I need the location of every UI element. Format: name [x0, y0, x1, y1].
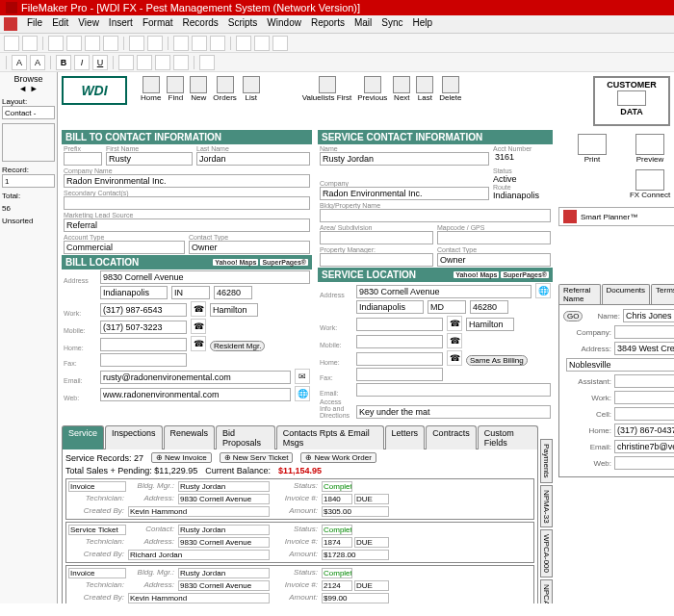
globe-icon[interactable]: 🌐: [295, 386, 310, 401]
book-icon[interactable]: [2, 123, 55, 162]
bill-zip-input[interactable]: [214, 286, 252, 299]
bill-mobile-phone[interactable]: [100, 321, 187, 334]
smart-planner-button[interactable]: Smart Planner™: [558, 207, 674, 226]
side-tab-referral-name[interactable]: Referral Name: [558, 284, 601, 304]
tab-service[interactable]: Service: [62, 425, 104, 449]
service-record-row[interactable]: InvoiceBldg. Mgr.:Rusty JordanStatus:Com…: [65, 565, 534, 603]
tb-redo-icon[interactable]: [147, 36, 163, 51]
bill-state-input[interactable]: [171, 286, 210, 299]
tab-renewals[interactable]: Renewals: [164, 425, 216, 449]
go-button[interactable]: GO: [563, 311, 583, 321]
side-tab-terms[interactable]: Terms: [651, 284, 674, 304]
access-notes-input[interactable]: [356, 405, 551, 419]
menu-help[interactable]: Help: [413, 17, 433, 31]
vtab-npca-99b[interactable]: NPCA-99B: [540, 579, 553, 603]
menu-view[interactable]: View: [78, 17, 99, 31]
valuelists-first-icon[interactable]: Valuelists First: [302, 76, 351, 102]
ref-company-input[interactable]: [614, 325, 674, 339]
record-input[interactable]: [2, 174, 55, 188]
tb-fontsize-down-icon[interactable]: A: [12, 55, 27, 70]
preview-icon[interactable]: Preview: [624, 134, 674, 164]
ref-assistant-input[interactable]: [614, 374, 674, 388]
globe-icon[interactable]: 🌐: [535, 283, 551, 298]
list-icon[interactable]: List: [243, 76, 260, 102]
bill-web-input[interactable]: [100, 388, 291, 401]
next-icon[interactable]: Next: [393, 76, 410, 102]
lastname-input[interactable]: [196, 152, 310, 166]
secondary-contact-input[interactable]: [64, 196, 310, 210]
tb-undo-icon[interactable]: [129, 36, 144, 51]
svc-company-input[interactable]: [320, 187, 489, 200]
new-service-ticket-button[interactable]: ⊕New Serv Ticket: [220, 452, 294, 463]
menu-format[interactable]: Format: [143, 17, 173, 31]
ref-email-input[interactable]: [614, 440, 674, 453]
account-type-input[interactable]: [64, 241, 185, 254]
yahoo-maps-link[interactable]: Yahoo! Maps: [213, 259, 258, 266]
svc-city-input[interactable]: [356, 300, 424, 314]
svc-home-phone[interactable]: [356, 352, 443, 366]
vtab-wpca-000[interactable]: WPCA-000: [540, 529, 553, 578]
bill-county-input[interactable]: [210, 303, 258, 317]
tab-inspections[interactable]: Inspections: [105, 425, 163, 449]
svc-email-input[interactable]: [356, 383, 551, 397]
bill-email-input[interactable]: [100, 371, 291, 384]
menu-sync[interactable]: Sync: [381, 17, 402, 31]
delete-icon[interactable]: Delete: [439, 76, 461, 102]
tb-bold-icon[interactable]: B: [56, 55, 71, 70]
prefix-input[interactable]: [64, 152, 102, 166]
ref-cell-input[interactable]: [614, 407, 674, 421]
company-input[interactable]: [64, 174, 310, 188]
menu-records[interactable]: Records: [183, 17, 219, 31]
tb-align-justify-icon[interactable]: [173, 55, 189, 70]
menu-reports[interactable]: Reports: [311, 17, 345, 31]
tb-underline-icon[interactable]: U: [92, 55, 108, 70]
find-icon[interactable]: Find: [167, 76, 184, 102]
tb-fill-icon[interactable]: [199, 55, 215, 70]
firstname-input[interactable]: [106, 152, 193, 166]
ref-web-input[interactable]: [614, 456, 674, 470]
svc-name-input[interactable]: [320, 152, 489, 166]
tb-align-right-icon[interactable]: [155, 55, 170, 70]
tb-print2-icon[interactable]: [66, 36, 82, 51]
phone-icon[interactable]: ☎: [447, 350, 462, 366]
ref-address-input[interactable]: [614, 342, 674, 355]
superpages-link[interactable]: SuperPages®: [260, 259, 308, 266]
system-menu-icon[interactable]: [4, 17, 17, 31]
svc-fax[interactable]: [356, 368, 443, 381]
ref-name-input[interactable]: [623, 309, 674, 322]
svc-zip-input[interactable]: [470, 300, 508, 314]
tb-print-icon[interactable]: [48, 36, 64, 51]
tb-align-left-icon[interactable]: [118, 55, 134, 70]
tb-paste-icon[interactable]: [210, 36, 225, 51]
svc-mobile-phone[interactable]: [356, 335, 443, 348]
svc-state-input[interactable]: [428, 300, 466, 314]
phone-icon[interactable]: ☎: [447, 316, 462, 331]
tb-import-icon[interactable]: [85, 36, 100, 51]
phone-icon[interactable]: ☎: [191, 336, 206, 351]
svc-work-phone[interactable]: [356, 318, 443, 331]
contact-type-input[interactable]: [189, 241, 310, 254]
menu-file[interactable]: File: [27, 17, 42, 31]
tab-bid-proposals[interactable]: Bid Proposals: [216, 425, 275, 449]
service-record-row[interactable]: InvoiceBldg. Mgr.:Rusty JordanStatus:Com…: [65, 478, 534, 520]
svc-address-input[interactable]: [356, 285, 531, 298]
bill-work-phone[interactable]: [100, 303, 187, 317]
phone-icon[interactable]: ☎: [191, 319, 206, 334]
ref-work-input[interactable]: [614, 391, 674, 404]
side-tab-documents[interactable]: Documents: [602, 284, 650, 304]
menu-mail[interactable]: Mail: [354, 17, 372, 31]
bill-home-phone[interactable]: [100, 338, 187, 351]
vtab-payments[interactable]: Payments: [540, 439, 553, 483]
layout-select[interactable]: [2, 106, 55, 119]
menu-scripts[interactable]: Scripts: [228, 17, 258, 31]
home-icon[interactable]: Home: [141, 76, 161, 102]
fx-connect-icon[interactable]: FX Connect: [624, 169, 674, 199]
tb-italic-icon[interactable]: I: [74, 55, 90, 70]
ref-city-input[interactable]: [566, 358, 674, 372]
orders-icon[interactable]: Orders: [213, 76, 236, 102]
tb-find-icon[interactable]: [272, 36, 288, 51]
pm-input[interactable]: [320, 253, 433, 267]
bill-address-input[interactable]: [100, 270, 310, 284]
tb-cut-icon[interactable]: [173, 36, 189, 51]
vtab-npma-33[interactable]: NPMA-33: [540, 485, 553, 528]
